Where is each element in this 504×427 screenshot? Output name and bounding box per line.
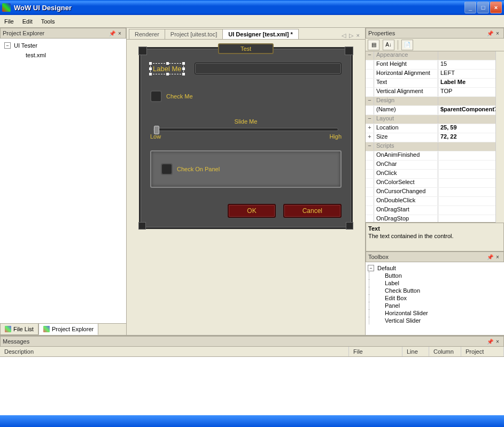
prop-oncursorchanged[interactable]: OnCursorChanged <box>366 188 495 197</box>
maximize-button[interactable]: □ <box>477 2 489 13</box>
col-column[interactable]: Column <box>429 347 461 356</box>
prop-onanimfinished[interactable]: OnAnimFinished <box>366 151 495 161</box>
toolbox-item-panel[interactable]: Panel <box>367 302 503 309</box>
prop-ondragstop[interactable]: OnDragStop <box>366 215 495 223</box>
menu-tools[interactable]: Tools <box>41 18 55 25</box>
prev-tab-icon[interactable]: ◁ <box>342 32 346 39</box>
cat-appearance[interactable]: −Appearance <box>366 51 495 60</box>
col-line[interactable]: Line <box>402 347 429 356</box>
close-icon[interactable]: × <box>494 254 501 260</box>
property-pages-button[interactable]: 📄 <box>401 40 413 50</box>
prop-location[interactable]: +Location25, 59 <box>366 124 495 133</box>
cancel-button[interactable]: Cancel <box>283 204 342 218</box>
messages-columns: Description File Line Column Project <box>0 347 504 357</box>
panel-widget[interactable]: Check On Panel <box>150 150 342 188</box>
tab-project-explorer-label: Project Explorer <box>52 326 94 332</box>
collapse-icon[interactable]: − <box>4 42 11 49</box>
slider-widget[interactable]: Slide Me Low High <box>150 118 342 140</box>
close-button[interactable]: × <box>490 2 502 13</box>
prop-ondoubleclick[interactable]: OnDoubleClick <box>366 197 495 206</box>
pin-icon[interactable]: 📌 <box>486 339 494 345</box>
prop-size[interactable]: +Size72, 22 <box>366 133 495 142</box>
toolbox-title: Toolbox <box>368 254 486 260</box>
menubar: File Edit Tools <box>0 15 504 28</box>
prop-font-height[interactable]: Font Height15 <box>366 60 495 70</box>
frame-title: Test <box>218 43 274 54</box>
desc-body: The text contained in the control. <box>368 233 501 239</box>
designer-surface[interactable]: Test Label Me Check Me S <box>127 40 365 335</box>
tab-renderer[interactable]: Renderer <box>129 29 165 39</box>
toolbox-item-vslider[interactable]: Vertical Slider <box>367 317 503 324</box>
property-grid[interactable]: −Appearance Font Height15 Horizontal Ali… <box>366 51 495 223</box>
selected-label[interactable]: Label Me <box>150 63 184 74</box>
minimize-button[interactable]: _ <box>464 2 476 13</box>
close-icon[interactable]: × <box>494 30 501 36</box>
cat-layout[interactable]: −Layout <box>366 115 495 124</box>
ok-button[interactable]: OK <box>228 204 275 218</box>
col-description[interactable]: Description <box>0 347 349 356</box>
tab-designer[interactable]: UI Designer [test.xml] * <box>222 29 298 39</box>
messages-body[interactable] <box>0 357 504 415</box>
prop-h-align[interactable]: Horizontal AlignmentLEFT <box>366 70 495 79</box>
toolbox-item-checkbutton[interactable]: Check Button <box>367 287 503 294</box>
close-icon[interactable]: × <box>494 339 501 345</box>
prop-ondragstart[interactable]: OnDragStart <box>366 206 495 215</box>
menu-file[interactable]: File <box>4 18 14 25</box>
collapse-icon[interactable]: − <box>368 265 374 271</box>
pin-icon[interactable]: 📌 <box>108 30 116 36</box>
col-project[interactable]: Project <box>461 347 504 356</box>
editbox-widget[interactable] <box>195 63 342 74</box>
close-icon[interactable]: × <box>116 30 123 36</box>
categorized-button[interactable]: ▤ <box>368 40 379 50</box>
menu-edit[interactable]: Edit <box>22 18 33 25</box>
pin-icon[interactable]: 📌 <box>486 254 494 260</box>
statusbar <box>0 415 504 427</box>
tab-file-list-label: File List <box>13 326 34 332</box>
properties-title: Properties <box>368 30 486 36</box>
prop-v-align[interactable]: Vertical AlignmentTOP <box>366 88 495 97</box>
close-tab-icon[interactable]: × <box>356 32 360 39</box>
tree-root-label: UI Tester <box>14 42 37 49</box>
tab-file-list[interactable]: File List <box>0 323 38 335</box>
toolbox-item-editbox[interactable]: Edit Box <box>367 294 503 302</box>
project-tree[interactable]: − UI Tester test.xml <box>0 39 126 323</box>
prop-text[interactable]: TextLabel Me <box>366 79 495 88</box>
scrollbar[interactable] <box>495 51 504 223</box>
pin-icon[interactable]: 📌 <box>486 30 494 36</box>
tab-project[interactable]: Project [uitest.toc] <box>165 29 223 39</box>
tree-item[interactable]: test.xml <box>4 50 122 60</box>
messages-title: Messages <box>3 338 486 345</box>
project-explorer-header: Project Explorer 📌 × <box>0 28 126 39</box>
toolbox-group[interactable]: − Default <box>367 264 503 272</box>
prop-onchar[interactable]: OnChar <box>366 161 495 170</box>
label-widget: Label Me <box>153 65 181 73</box>
toolbox-item-hslider[interactable]: Horizontal Slider <box>367 309 503 317</box>
alphabetical-button[interactable]: A↓ <box>383 40 394 50</box>
document-tabs: Renderer Project [uitest.toc] UI Designe… <box>127 28 365 40</box>
toolbox-tree[interactable]: − Default Button Label Check Button Edit… <box>366 262 504 335</box>
tree-item-label: test.xml <box>26 52 46 58</box>
checkbox-widget[interactable] <box>150 90 162 102</box>
slider-track[interactable] <box>153 128 338 131</box>
slider-thumb[interactable] <box>154 126 159 134</box>
col-file[interactable]: File <box>349 347 402 356</box>
toolbox-item-button[interactable]: Button <box>367 272 503 279</box>
app-icon <box>2 3 11 12</box>
project-explorer-icon <box>43 326 50 332</box>
panel-checkbox[interactable] <box>161 163 173 175</box>
toolbox-group-label: Default <box>377 265 396 271</box>
prop-oncolorselect[interactable]: OnColorSelect <box>366 179 495 188</box>
prop-onclick[interactable]: OnClick <box>366 170 495 179</box>
next-tab-icon[interactable]: ▷ <box>349 32 353 39</box>
wow-frame[interactable]: Test Label Me Check Me S <box>139 47 353 229</box>
prop-name[interactable]: (Name)$parentComponent7 <box>366 106 495 115</box>
properties-header: Properties 📌 × <box>366 28 504 39</box>
cat-design[interactable]: −Design <box>366 97 495 106</box>
check-row[interactable]: Check Me <box>150 90 342 102</box>
cat-scripts[interactable]: −Scripts <box>366 142 495 151</box>
check-label: Check Me <box>166 93 193 100</box>
tab-project-explorer[interactable]: Project Explorer <box>38 323 98 335</box>
toolbox-item-label[interactable]: Label <box>367 279 503 287</box>
panel-check-label: Check On Panel <box>177 166 220 172</box>
tree-root[interactable]: − UI Tester <box>4 41 122 50</box>
